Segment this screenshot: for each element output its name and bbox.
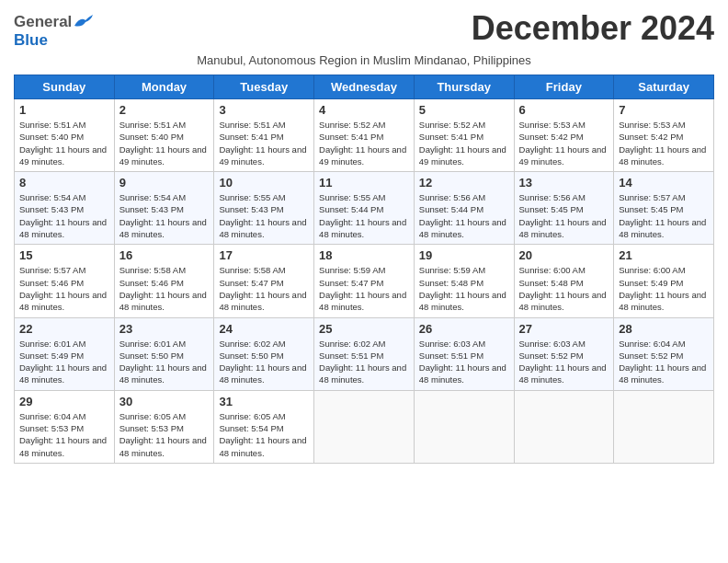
- day-info: Sunrise: 5:51 AMSunset: 5:40 PMDaylight:…: [19, 119, 109, 167]
- day-info: Sunrise: 6:04 AMSunset: 5:52 PMDaylight:…: [619, 338, 709, 386]
- day-info: Sunrise: 6:00 AMSunset: 5:49 PMDaylight:…: [619, 264, 709, 313]
- day-info: Sunrise: 5:57 AMSunset: 5:46 PMDaylight:…: [19, 264, 109, 313]
- calendar-week-row: 15Sunrise: 5:57 AMSunset: 5:46 PMDayligh…: [15, 245, 714, 317]
- day-number: 23: [119, 322, 210, 336]
- calendar-cell: 10Sunrise: 5:55 AMSunset: 5:43 PMDayligh…: [214, 172, 314, 245]
- calendar-cell: 23Sunrise: 6:01 AMSunset: 5:50 PMDayligh…: [114, 317, 214, 390]
- day-number: 22: [19, 322, 109, 336]
- day-info: Sunrise: 6:03 AMSunset: 5:51 PMDaylight:…: [419, 338, 509, 386]
- day-number: 28: [619, 322, 709, 336]
- day-number: 10: [219, 176, 309, 190]
- calendar-cell: 5Sunrise: 5:52 AMSunset: 5:41 PMDaylight…: [414, 99, 514, 172]
- weekday-header-saturday: Saturday: [614, 75, 714, 99]
- calendar-cell: 13Sunrise: 5:56 AMSunset: 5:45 PMDayligh…: [514, 172, 614, 245]
- day-info: Sunrise: 6:01 AMSunset: 5:50 PMDaylight:…: [119, 338, 210, 386]
- calendar-cell: 26Sunrise: 6:03 AMSunset: 5:51 PMDayligh…: [414, 317, 514, 390]
- day-info: Sunrise: 5:51 AMSunset: 5:41 PMDaylight:…: [219, 119, 309, 167]
- weekday-header-tuesday: Tuesday: [214, 75, 314, 99]
- day-info: Sunrise: 6:00 AMSunset: 5:48 PMDaylight:…: [519, 264, 609, 313]
- calendar-week-row: 1Sunrise: 5:51 AMSunset: 5:40 PMDaylight…: [15, 99, 714, 172]
- day-info: Sunrise: 5:55 AMSunset: 5:43 PMDaylight:…: [219, 191, 309, 240]
- day-number: 8: [19, 176, 109, 190]
- calendar-cell: 30Sunrise: 6:05 AMSunset: 5:53 PMDayligh…: [114, 390, 214, 463]
- day-info: Sunrise: 5:52 AMSunset: 5:41 PMDaylight:…: [319, 119, 409, 167]
- day-number: 13: [519, 176, 609, 190]
- day-info: Sunrise: 6:03 AMSunset: 5:52 PMDaylight:…: [519, 338, 609, 386]
- calendar-cell: 25Sunrise: 6:02 AMSunset: 5:51 PMDayligh…: [314, 317, 415, 390]
- day-info: Sunrise: 6:02 AMSunset: 5:51 PMDaylight:…: [319, 338, 409, 386]
- calendar-cell: [314, 390, 415, 463]
- calendar-cell: 16Sunrise: 5:58 AMSunset: 5:46 PMDayligh…: [114, 245, 214, 317]
- calendar-cell: [514, 390, 614, 463]
- day-number: 24: [219, 322, 309, 336]
- day-number: 31: [219, 395, 309, 408]
- day-info: Sunrise: 5:59 AMSunset: 5:48 PMDaylight:…: [419, 264, 509, 313]
- day-number: 27: [519, 322, 609, 336]
- calendar-cell: 21Sunrise: 6:00 AMSunset: 5:49 PMDayligh…: [614, 245, 714, 317]
- calendar-cell: 24Sunrise: 6:02 AMSunset: 5:50 PMDayligh…: [214, 317, 314, 390]
- page-header: General Blue December 2024: [14, 9, 714, 50]
- day-number: 30: [119, 395, 210, 408]
- day-info: Sunrise: 5:56 AMSunset: 5:45 PMDaylight:…: [519, 191, 609, 240]
- day-info: Sunrise: 6:01 AMSunset: 5:49 PMDaylight:…: [19, 338, 109, 386]
- weekday-header-thursday: Thursday: [414, 75, 514, 99]
- day-number: 20: [519, 248, 609, 262]
- day-number: 26: [419, 322, 509, 336]
- calendar-week-row: 29Sunrise: 6:04 AMSunset: 5:53 PMDayligh…: [15, 390, 714, 463]
- day-info: Sunrise: 5:54 AMSunset: 5:43 PMDaylight:…: [19, 191, 109, 240]
- day-info: Sunrise: 5:52 AMSunset: 5:41 PMDaylight:…: [419, 119, 509, 167]
- day-number: 6: [519, 103, 609, 117]
- day-number: 18: [319, 248, 409, 262]
- calendar-cell: 22Sunrise: 6:01 AMSunset: 5:49 PMDayligh…: [15, 317, 115, 390]
- calendar-cell: 19Sunrise: 5:59 AMSunset: 5:48 PMDayligh…: [414, 245, 514, 317]
- logo-general: General: [14, 13, 72, 31]
- day-number: 17: [219, 248, 309, 262]
- day-info: Sunrise: 5:53 AMSunset: 5:42 PMDaylight:…: [619, 119, 709, 167]
- day-info: Sunrise: 5:53 AMSunset: 5:42 PMDaylight:…: [519, 119, 609, 167]
- day-info: Sunrise: 5:58 AMSunset: 5:47 PMDaylight:…: [219, 264, 309, 313]
- calendar-cell: 8Sunrise: 5:54 AMSunset: 5:43 PMDaylight…: [15, 172, 115, 245]
- weekday-header-friday: Friday: [514, 75, 614, 99]
- day-number: 21: [619, 248, 709, 262]
- logo: General Blue: [14, 13, 94, 50]
- day-info: Sunrise: 6:05 AMSunset: 5:53 PMDaylight:…: [119, 410, 210, 459]
- calendar-cell: 15Sunrise: 5:57 AMSunset: 5:46 PMDayligh…: [15, 245, 115, 317]
- day-number: 15: [19, 248, 109, 262]
- calendar-cell: 6Sunrise: 5:53 AMSunset: 5:42 PMDaylight…: [514, 99, 614, 172]
- day-number: 1: [19, 103, 109, 117]
- weekday-header-monday: Monday: [114, 75, 214, 99]
- day-info: Sunrise: 5:51 AMSunset: 5:40 PMDaylight:…: [119, 119, 210, 167]
- day-number: 9: [119, 176, 210, 190]
- calendar-cell: [414, 390, 514, 463]
- calendar-cell: 7Sunrise: 5:53 AMSunset: 5:42 PMDaylight…: [614, 99, 714, 172]
- day-info: Sunrise: 5:56 AMSunset: 5:44 PMDaylight:…: [419, 191, 509, 240]
- logo-blue: Blue: [14, 31, 48, 50]
- calendar-cell: 29Sunrise: 6:04 AMSunset: 5:53 PMDayligh…: [15, 390, 115, 463]
- day-info: Sunrise: 5:59 AMSunset: 5:47 PMDaylight:…: [319, 264, 409, 313]
- calendar-cell: 11Sunrise: 5:55 AMSunset: 5:44 PMDayligh…: [314, 172, 415, 245]
- weekday-header-sunday: Sunday: [15, 75, 115, 99]
- calendar-cell: 27Sunrise: 6:03 AMSunset: 5:52 PMDayligh…: [514, 317, 614, 390]
- calendar-cell: 18Sunrise: 5:59 AMSunset: 5:47 PMDayligh…: [314, 245, 415, 317]
- calendar-week-row: 22Sunrise: 6:01 AMSunset: 5:49 PMDayligh…: [15, 317, 714, 390]
- day-info: Sunrise: 6:02 AMSunset: 5:50 PMDaylight:…: [219, 338, 309, 386]
- day-number: 11: [319, 176, 409, 190]
- day-number: 5: [419, 103, 509, 117]
- day-number: 29: [19, 395, 109, 408]
- day-info: Sunrise: 5:58 AMSunset: 5:46 PMDaylight:…: [119, 264, 210, 313]
- day-info: Sunrise: 5:55 AMSunset: 5:44 PMDaylight:…: [319, 191, 409, 240]
- day-number: 4: [319, 103, 409, 117]
- calendar-week-row: 8Sunrise: 5:54 AMSunset: 5:43 PMDaylight…: [15, 172, 714, 245]
- calendar-cell: 1Sunrise: 5:51 AMSunset: 5:40 PMDaylight…: [15, 99, 115, 172]
- day-number: 12: [419, 176, 509, 190]
- calendar-cell: 17Sunrise: 5:58 AMSunset: 5:47 PMDayligh…: [214, 245, 314, 317]
- calendar-cell: 14Sunrise: 5:57 AMSunset: 5:45 PMDayligh…: [614, 172, 714, 245]
- day-number: 7: [619, 103, 709, 117]
- calendar-cell: 2Sunrise: 5:51 AMSunset: 5:40 PMDaylight…: [114, 99, 214, 172]
- day-number: 2: [119, 103, 210, 117]
- calendar-cell: 28Sunrise: 6:04 AMSunset: 5:52 PMDayligh…: [614, 317, 714, 390]
- calendar-cell: 3Sunrise: 5:51 AMSunset: 5:41 PMDaylight…: [214, 99, 314, 172]
- calendar-cell: 4Sunrise: 5:52 AMSunset: 5:41 PMDaylight…: [314, 99, 415, 172]
- day-info: Sunrise: 5:54 AMSunset: 5:43 PMDaylight:…: [119, 191, 210, 240]
- calendar-header-row: SundayMondayTuesdayWednesdayThursdayFrid…: [15, 75, 714, 99]
